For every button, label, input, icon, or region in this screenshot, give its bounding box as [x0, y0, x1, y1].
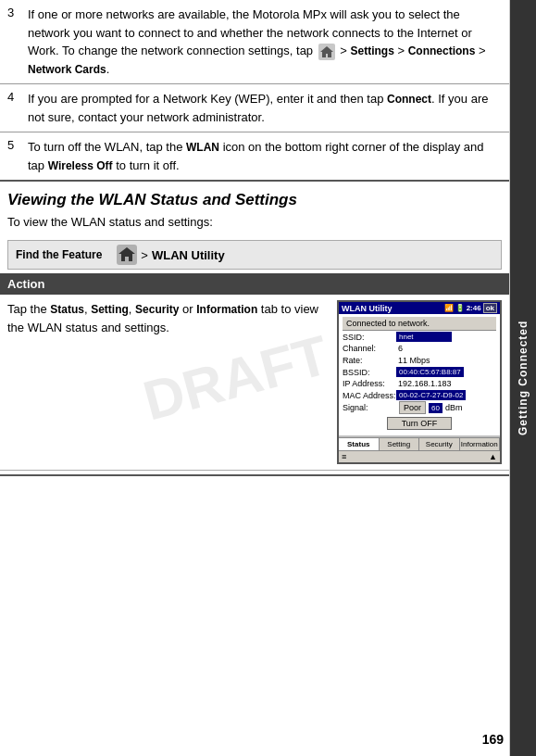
wlan-status-bar: Connected to network.: [343, 317, 496, 331]
find-feature-row: Find the Feature > WLAN Utility: [7, 240, 502, 270]
turn-off-button[interactable]: Turn OFF: [387, 417, 452, 430]
wlan-field-signal: Signal: Poor 60 dBm: [343, 401, 496, 414]
wlan-bottom-right: ▲: [489, 452, 497, 461]
mac-value: 00-02-C7-27-D9-02: [396, 390, 466, 400]
wlan-field-bssid: BSSID: 00:40:C5:67:B8:87: [343, 367, 496, 377]
battery-icon: 🔋: [455, 304, 465, 312]
ip-label: IP Address:: [343, 379, 396, 388]
ssid-label: SSID:: [343, 333, 396, 342]
bssid-label: BSSID:: [343, 368, 396, 377]
tab-information[interactable]: Information: [460, 438, 501, 450]
path-label: WLAN Utility: [152, 248, 225, 262]
wireless-off-label: Wireless Off: [48, 159, 113, 172]
network-cards-path: Network Cards: [28, 63, 106, 76]
ip-value: 192.168.1.183: [396, 378, 454, 389]
signal-quality: Poor: [399, 401, 426, 414]
wlan-title-text: WLAN Utility: [342, 304, 393, 313]
section-subtitle: To view the WLAN status and settings:: [0, 213, 509, 236]
home-icon: [117, 245, 137, 265]
wlan-tabs: Status Setting Security Information: [339, 437, 500, 450]
wlan-field-ip: IP Address: 192.168.1.183: [343, 378, 496, 389]
row-number-4: 4: [0, 84, 26, 109]
wlan-field-mac: MAC Address: 00-02-C7-27-D9-02: [343, 390, 496, 400]
wlan-field-ssid: SSID: hnet: [343, 332, 496, 342]
wlan-screen: WLAN Utility 📶 🔋 2:46 ok Connected to ne…: [337, 300, 502, 464]
action-header: Action: [0, 273, 509, 295]
section-title: Viewing the WLAN Status and Settings: [0, 182, 509, 213]
wlan-titlebar-left: WLAN Utility: [342, 304, 393, 313]
row-content-4: If you are prompted for a Network Key (W…: [26, 84, 509, 132]
table-row: 4 If you are prompted for a Network Key …: [0, 84, 509, 132]
settings-path: Settings: [351, 44, 394, 57]
page-wrapper: 3 If one or more networks are available,…: [0, 0, 536, 756]
table-row: 3 If one or more networks are available,…: [0, 0, 509, 84]
row-number-3: 3: [0, 0, 26, 25]
wlan-label: WLAN: [186, 141, 219, 154]
wlan-field-rate: Rate: 11 Mbps: [343, 355, 496, 366]
row-content-5: To turn off the WLAN, tap the WLAN icon …: [26, 132, 509, 180]
right-tab-label: Getting Connected: [517, 321, 530, 435]
action-row-main: Tap the Status, Setting, Security or Inf…: [0, 295, 509, 471]
wlan-titlebar: WLAN Utility 📶 🔋 2:46 ok: [339, 302, 500, 314]
ok-button[interactable]: ok: [483, 303, 497, 313]
action-text: Tap the Status, Setting, Security or Inf…: [7, 300, 337, 336]
signal-unit: dBm: [445, 403, 463, 412]
main-content: 3 If one or more networks are available,…: [0, 0, 510, 756]
signal-value: 60: [429, 403, 443, 413]
find-feature-label: Find the Feature: [16, 248, 102, 261]
wlan-body: Connected to network. SSID: hnet Channel…: [339, 314, 500, 435]
channel-label: Channel:: [343, 344, 396, 353]
row-number-5: 5: [0, 132, 26, 158]
rate-label: Rate:: [343, 356, 396, 365]
mac-label: MAC Address:: [343, 391, 396, 400]
tab-security[interactable]: Security: [419, 438, 460, 450]
status-tab-label: Status: [50, 303, 84, 316]
find-feature-path: > WLAN Utility: [117, 245, 224, 265]
table-row: 5 To turn off the WLAN, tap the WLAN ico…: [0, 132, 509, 182]
connect-label: Connect: [387, 93, 431, 106]
time-display: 2:46: [467, 304, 481, 312]
antenna-icon: 📶: [444, 304, 454, 312]
security-tab-label: Security: [135, 303, 179, 316]
home-icon-inline: [318, 44, 335, 60]
channel-value: 6: [396, 343, 405, 354]
connections-path: Connections: [408, 44, 476, 57]
right-tab: Getting Connected: [510, 0, 536, 756]
wlan-bottom-left: ≡: [342, 452, 346, 461]
tab-setting[interactable]: Setting: [380, 438, 420, 450]
ssid-value: hnet: [396, 332, 452, 342]
rate-value: 11 Mbps: [396, 355, 432, 366]
information-tab-label: Information: [196, 303, 257, 316]
page-number: 169: [482, 732, 504, 747]
signal-label: Signal:: [343, 403, 396, 412]
wlan-titlebar-icons: 📶 🔋 2:46 ok: [444, 303, 497, 313]
row-content-3: If one or more networks are available, t…: [26, 0, 509, 83]
bssid-value: 00:40:C5:67:B8:87: [396, 367, 464, 377]
wlan-field-channel: Channel: 6: [343, 343, 496, 354]
path-separator: >: [141, 248, 148, 262]
tab-status[interactable]: Status: [339, 438, 380, 450]
setting-tab-label: Setting: [91, 303, 129, 316]
wlan-bottom-bar: ≡ ▲: [339, 450, 500, 462]
